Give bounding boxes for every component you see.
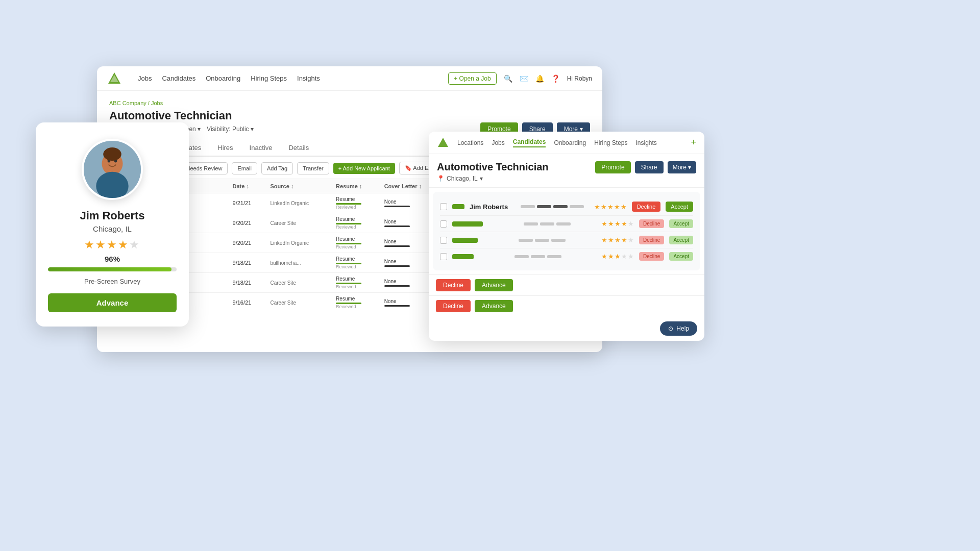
- nav-onboarding[interactable]: Onboarding: [206, 74, 240, 82]
- mail-icon[interactable]: ✉️: [520, 74, 528, 83]
- cand-stars-4: ★ ★ ★ ★ ★: [601, 253, 634, 260]
- toolbar-transfer[interactable]: Transfer: [297, 162, 329, 174]
- cand-indicator-4: [452, 254, 474, 259]
- rpanel-nav-onboarding[interactable]: Onboarding: [554, 139, 586, 146]
- cand-progress-2: [524, 222, 596, 226]
- da-decline-1[interactable]: Decline: [436, 279, 471, 291]
- cand-decline-3[interactable]: Decline: [639, 236, 664, 244]
- help-button[interactable]: ⊙ Help: [660, 321, 697, 336]
- profile-stars: ★★★★★: [84, 238, 140, 252]
- right-panel: Locations Jobs Candidates Onboarding Hir…: [429, 132, 704, 341]
- cpb-4: [570, 205, 584, 208]
- right-panel-nav: Locations Jobs Candidates Onboarding Hir…: [429, 132, 704, 154]
- cand-name-jim: Jim Roberts: [470, 203, 516, 211]
- cand-checkbox-2[interactable]: [440, 220, 447, 228]
- row-source: LinkedIn Organic: [266, 233, 332, 253]
- tab-details[interactable]: Details: [280, 140, 317, 157]
- rpanel-share-button[interactable]: Share: [635, 161, 664, 173]
- toolbar-email[interactable]: Email: [232, 162, 257, 174]
- nav-links: Jobs Candidates Onboarding Hiring Steps …: [138, 74, 320, 82]
- cpb2-3: [556, 222, 571, 226]
- rpanel-add-icon[interactable]: +: [691, 137, 696, 148]
- nav-insights[interactable]: Insights: [297, 74, 320, 82]
- profile-progress-bar: [48, 267, 177, 271]
- cand-accept-2[interactable]: Accept: [669, 219, 693, 228]
- tab-inactive[interactable]: Inactive: [241, 140, 281, 157]
- open-job-button[interactable]: + Open a Job: [448, 72, 496, 85]
- search-icon[interactable]: 🔍: [504, 74, 512, 83]
- svg-point-8: [103, 147, 121, 161]
- row-resume: Resume Reviewed: [332, 273, 380, 293]
- nav-jobs[interactable]: Jobs: [138, 74, 152, 82]
- cand-checkbox-jim[interactable]: [440, 203, 447, 210]
- candidate-row-jim: Jim Roberts ★ ★ ★ ★ ★ Decline Accept: [440, 198, 693, 216]
- rpanel-more-button[interactable]: More ▾: [668, 161, 696, 173]
- col-resume[interactable]: Resume ↕: [332, 179, 380, 193]
- cand-indicator-2: [452, 221, 483, 227]
- candidate-row-2: ★ ★ ★ ★ ★ Decline Accept: [440, 216, 693, 232]
- toolbar-add-tag[interactable]: Add Tag: [261, 162, 293, 174]
- cpb2-2: [540, 222, 554, 226]
- profile-progress-fill: [48, 267, 172, 271]
- col-source[interactable]: Source ↕: [266, 179, 332, 193]
- rpanel-location-icon: 📍: [437, 175, 445, 182]
- visibility-badge[interactable]: Visibility: Public ▾: [207, 126, 254, 133]
- cand-progress-3: [519, 239, 596, 242]
- row-date: 9/20/21: [229, 233, 266, 253]
- profile-location: Chicago, IL: [93, 224, 132, 233]
- cpb-3: [553, 205, 568, 208]
- profile-percent: 96%: [105, 255, 120, 263]
- nav-hiring-steps[interactable]: Hiring Steps: [251, 74, 287, 82]
- rpanel-location: 📍 Chicago, IL ▾: [437, 175, 549, 182]
- candidates-panel: Jim Roberts ★ ★ ★ ★ ★ Decline Accept: [433, 192, 700, 270]
- row-date: 9/20/21: [229, 213, 266, 233]
- row-source: LinkedIn Organic: [266, 193, 332, 213]
- profile-advance-button[interactable]: Advance: [48, 293, 177, 312]
- tab-hires[interactable]: Hires: [209, 140, 241, 157]
- right-panel-header: Automotive Technician 📍 Chicago, IL ▾ Pr…: [429, 154, 704, 188]
- cpb3-1: [519, 239, 533, 242]
- top-navigation: Jobs Candidates Onboarding Hiring Steps …: [97, 66, 602, 91]
- cand-accept-4[interactable]: Accept: [669, 252, 693, 261]
- row-resume: Resume Reviewed: [332, 293, 380, 312]
- help-icon[interactable]: ❓: [551, 74, 560, 83]
- rpanel-title: Automotive Technician: [437, 161, 549, 173]
- nav-right: + Open a Job 🔍 ✉️ 🔔 ❓ Hi Robyn: [448, 72, 592, 85]
- da-row-2: Decline Advance: [429, 295, 704, 316]
- nav-candidates[interactable]: Candidates: [162, 74, 195, 82]
- svg-marker-9: [438, 138, 448, 147]
- da-decline-2[interactable]: Decline: [436, 300, 471, 312]
- col-date[interactable]: Date ↕: [229, 179, 266, 193]
- da-advance-2[interactable]: Advance: [475, 300, 513, 312]
- cpb4-3: [547, 255, 561, 258]
- cpb2-1: [524, 222, 538, 226]
- cand-decline-2[interactable]: Decline: [639, 219, 664, 228]
- da-advance-1[interactable]: Advance: [475, 279, 513, 291]
- rpanel-promote-button[interactable]: Promote: [595, 161, 630, 173]
- bell-icon[interactable]: 🔔: [535, 74, 544, 83]
- svg-point-4: [96, 172, 128, 200]
- app-logo-icon: [107, 71, 121, 86]
- candidate-row-4: ★ ★ ★ ★ ★ Decline Accept: [440, 248, 693, 264]
- cand-checkbox-4[interactable]: [440, 253, 447, 260]
- add-new-applicant-button[interactable]: + Add New Applicant: [333, 163, 395, 174]
- rpanel-nav-insights[interactable]: Insights: [636, 139, 657, 146]
- rpanel-nav-jobs[interactable]: Jobs: [492, 139, 504, 146]
- da-row-1: Decline Advance: [429, 274, 704, 295]
- cand-progress-4: [514, 255, 596, 258]
- cand-decline-jim[interactable]: Decline: [632, 202, 661, 212]
- rpanel-nav-candidates[interactable]: Candidates: [513, 138, 546, 147]
- rpanel-nav-hiring-steps[interactable]: Hiring Steps: [594, 139, 627, 146]
- rpanel-nav-locations[interactable]: Locations: [457, 139, 483, 146]
- da-rows: Decline Advance Decline Advance: [429, 274, 704, 316]
- cpb-2: [537, 205, 551, 208]
- cand-accept-jim[interactable]: Accept: [666, 202, 693, 212]
- breadcrumb: ABC Company / Jobs: [109, 100, 590, 106]
- cpb4-1: [514, 255, 529, 258]
- cand-checkbox-3[interactable]: [440, 237, 447, 244]
- cand-decline-4[interactable]: Decline: [639, 252, 664, 261]
- user-greeting[interactable]: Hi Robyn: [567, 75, 592, 82]
- cpb3-2: [535, 239, 549, 242]
- cand-stars-2: ★ ★ ★ ★ ★: [601, 220, 634, 228]
- cand-accept-3[interactable]: Accept: [669, 236, 693, 244]
